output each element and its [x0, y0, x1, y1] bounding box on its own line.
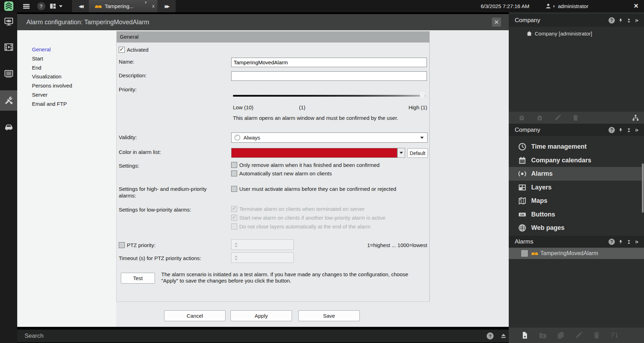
alarm-color-dropdown-button[interactable]	[397, 148, 405, 158]
nav-item-buttons[interactable]: Buttons	[509, 208, 644, 221]
help-button[interactable]: ?	[36, 0, 46, 12]
main-menu-button[interactable]	[20, 0, 33, 12]
delete-alarm-button[interactable]	[592, 331, 601, 339]
activated-checkbox[interactable]	[119, 47, 125, 53]
dialog-nav-start[interactable]: Start	[32, 56, 43, 62]
edit-alarm-button[interactable]	[574, 331, 583, 339]
general-form-box: General Activated Name: Description: Pri…	[116, 31, 430, 302]
ptz-priority-checkbox[interactable]	[119, 242, 125, 248]
collapse-panel-icon[interactable]	[635, 239, 640, 245]
sort-button[interactable]	[610, 331, 619, 339]
sidebar-item-archive[interactable]	[0, 38, 17, 57]
delete-button[interactable]	[572, 114, 579, 122]
alarm-item-checkbox[interactable]	[521, 250, 528, 257]
tab-label: Tampering...	[105, 0, 134, 12]
search-input[interactable]: Search	[25, 330, 44, 342]
search-bar[interactable]: Search ?	[17, 330, 509, 342]
panel-title: Company	[515, 14, 540, 27]
collapse-panel-icon[interactable]	[635, 128, 640, 133]
dialog-close-button[interactable]: ✕	[492, 18, 501, 27]
pin-icon[interactable]	[144, 1, 148, 5]
eject-icon	[500, 332, 507, 339]
hourglass-icon[interactable]	[626, 18, 631, 23]
layout-button[interactable]	[48, 0, 58, 12]
search-help-button[interactable]: ?	[487, 332, 494, 339]
dialog-nav-visualization[interactable]: Visualization	[32, 73, 61, 79]
priority-slider-handle[interactable]	[420, 92, 425, 99]
test-button[interactable]: Test	[121, 273, 155, 284]
tree-view-button[interactable]	[632, 114, 639, 122]
hourglass-icon[interactable]	[626, 128, 631, 133]
tab-tampering[interactable]: Tampering... x	[89, 0, 157, 12]
only-remove-alarm-checkbox[interactable]	[231, 162, 237, 168]
test-note: The alarm scenario is initiated as a tes…	[161, 271, 419, 284]
validity-dropdown[interactable]: Always	[231, 132, 428, 143]
maximize-button[interactable]	[622, 0, 632, 12]
new-alarm-button[interactable]	[521, 331, 529, 339]
nav-item-company-calendars[interactable]: Company calendars	[509, 154, 644, 167]
hourglass-icon[interactable]	[626, 239, 631, 245]
cancel-button[interactable]: Cancel	[164, 310, 226, 321]
alarm-color-swatch[interactable]	[231, 148, 397, 158]
user-must-activate-checkbox[interactable]	[231, 186, 237, 192]
layout-dropdown-caret[interactable]	[58, 0, 63, 12]
dialog-nav-general[interactable]: General	[32, 46, 51, 52]
collapse-panel-icon[interactable]	[635, 18, 640, 23]
auto-start-new-alarm-checkbox[interactable]	[231, 170, 237, 176]
tree-item-company-root[interactable]: Company [administrator]	[509, 28, 644, 39]
add-home-button[interactable]	[536, 114, 544, 122]
help-icon[interactable]: ?	[609, 127, 615, 133]
go-home-button[interactable]	[518, 114, 526, 122]
settings-label: Settings:	[119, 163, 139, 169]
nav-item-time-management[interactable]: Time management	[509, 140, 644, 154]
user-icon	[544, 0, 552, 12]
sidebar-item-surveillance[interactable]	[0, 12, 17, 31]
app-logo-icon[interactable]	[4, 1, 13, 11]
dialog-nav-email-ftp[interactable]: Email and FTP	[32, 101, 67, 107]
pin-icon[interactable]	[618, 128, 623, 133]
close-icon: ✕	[494, 19, 499, 26]
new-folder-button[interactable]	[539, 331, 547, 339]
apply-button[interactable]: Apply	[230, 310, 292, 321]
dialog-nav-end[interactable]: End	[32, 65, 41, 71]
close-window-button[interactable]: ×	[634, 0, 638, 12]
ptz-range-note: 1=highest ... 1000=lowest	[334, 242, 427, 248]
setting-label: Only remove alarm when it has finished a…	[239, 162, 379, 168]
sidebar-item-lpr[interactable]	[0, 118, 17, 137]
car-icon	[4, 123, 14, 132]
priority-slider-track[interactable]	[233, 95, 425, 97]
pin-icon[interactable]	[618, 239, 623, 245]
start-new-alarm-checkbox	[231, 215, 237, 221]
pin-icon[interactable]	[618, 18, 623, 23]
help-icon: ?	[37, 2, 45, 10]
nav-item-alarms[interactable]: Alarms	[509, 167, 644, 181]
help-icon[interactable]: ?	[609, 239, 615, 245]
pencil-icon	[574, 331, 583, 339]
nav-item-web-pages[interactable]: Web pages	[509, 221, 644, 235]
nav-item-maps[interactable]: Maps	[509, 194, 644, 208]
tab-close-icon[interactable]: x	[152, 3, 155, 9]
description-input[interactable]	[231, 71, 427, 81]
sidebar-item-report[interactable]	[0, 64, 17, 83]
alarm-item-label: TamperingMovedAlarm	[540, 248, 598, 259]
user-menu-caret[interactable]	[552, 0, 556, 12]
dialog-nav-persons-involved[interactable]: Persons involved	[32, 83, 72, 89]
alarm-list-item-tamperingmovedalarm[interactable]: TamperingMovedAlarm	[509, 248, 644, 259]
sidebar-item-configuration[interactable]	[0, 90, 17, 111]
panel-scrollbar-thumb[interactable]	[642, 163, 644, 213]
duplicate-button[interactable]	[557, 331, 565, 339]
name-input[interactable]	[231, 58, 427, 67]
tabs-scroll-left-button[interactable]: ◀◀	[72, 0, 89, 12]
clock-icon	[518, 142, 527, 151]
tabs-scroll-right-button[interactable]: ▶▶	[157, 0, 176, 12]
minimize-button[interactable]	[610, 0, 620, 12]
help-icon[interactable]: ?	[609, 17, 615, 24]
color-default-button[interactable]: Default	[407, 148, 428, 158]
nav-item-layers[interactable]: Layers	[509, 181, 644, 194]
nav-item-label: Maps	[531, 194, 547, 208]
save-button[interactable]: Save	[298, 310, 360, 321]
dialog-nav-server[interactable]: Server	[32, 92, 47, 98]
edit-button[interactable]	[554, 114, 561, 122]
search-expand-button[interactable]	[500, 332, 507, 339]
document-plus-icon	[521, 331, 529, 339]
